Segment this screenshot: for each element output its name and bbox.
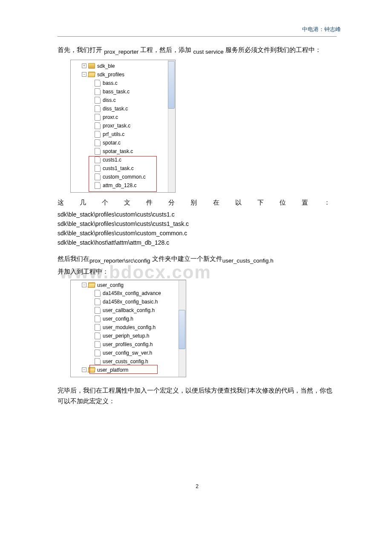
tree-label: da1458x_config_basic.h: [103, 299, 158, 305]
text: 然后我们在: [58, 255, 89, 262]
file-icon: [95, 105, 101, 112]
path-line: sdk\ble_stack\profiles\custom\custs\cust…: [58, 210, 337, 220]
tree-label: prf_utils.c: [103, 131, 124, 137]
expand-icon[interactable]: +: [82, 64, 86, 68]
folder-open-icon: [88, 282, 95, 288]
tree-label: user_config: [97, 282, 124, 288]
text: user_custs_config.h: [222, 257, 274, 264]
file-icon: [95, 350, 101, 356]
tree-label: sdk_profiles: [97, 72, 124, 78]
file-icon: [95, 290, 101, 297]
path-line: sdk\ble_stack\host\att\attm\attm_db_128.…: [58, 238, 337, 248]
text: 并加入到工程中：: [58, 268, 109, 275]
tree-file[interactable]: user_config.h: [71, 315, 186, 323]
file-icon: [95, 324, 101, 331]
tree-label: spotar.c: [103, 140, 121, 146]
tree-label: diss_task.c: [103, 106, 128, 112]
file-icon: [95, 88, 101, 95]
highlight-box: [89, 156, 157, 192]
tree-file[interactable]: user_config_sw_ver.h: [71, 349, 186, 357]
text: 服务所必须文件到我们的工程中：: [224, 46, 321, 53]
highlight-box: [89, 365, 158, 374]
file-icon: [95, 114, 101, 121]
page-number: 2: [58, 483, 337, 489]
tree-label: sdk_ble: [97, 63, 115, 69]
text: 文件夹中建立一个新文件: [150, 255, 222, 262]
tree-file[interactable]: diss.c: [71, 96, 175, 104]
path-line: sdk\ble_stack\profiles\custom\custs\cust…: [58, 220, 337, 229]
tree-label: bass.c: [103, 80, 118, 86]
tree-label: user_config.h: [103, 316, 133, 322]
tree-folder-sdk-profiles[interactable]: −sdk_profiles: [71, 70, 175, 79]
text: 首先，我们打开: [58, 46, 104, 53]
file-icon: [95, 315, 101, 322]
collapse-icon[interactable]: −: [82, 283, 86, 287]
file-icon: [95, 341, 101, 348]
tree-label: user_periph_setup.h: [103, 333, 149, 339]
tree-file[interactable]: spotar.c: [71, 139, 175, 147]
tree-file[interactable]: user_custs_config.h: [71, 357, 186, 366]
tree-label: user_profiles_config.h: [103, 341, 153, 347]
path-line: sdk\ble_stack\profiles\custom\custom_com…: [58, 229, 337, 238]
tree-file[interactable]: diss_task.c: [71, 104, 175, 113]
file-icon: [95, 97, 101, 104]
header-rule: [58, 36, 337, 37]
tree-label: bass_task.c: [103, 89, 130, 95]
paragraph-4: 完毕后，我们在工程属性中加入一个宏定义，以便后续方便查找我们本次修改的代码，当然…: [58, 385, 337, 407]
tree-file[interactable]: prf_utils.c: [71, 130, 175, 139]
tree-file[interactable]: proxr_task.c: [71, 121, 175, 130]
file-tree-1: +sdk_ble −sdk_profiles bass.c bass_task.…: [70, 60, 176, 193]
collapse-icon[interactable]: −: [82, 72, 86, 77]
tree-file[interactable]: spotar_task.c: [71, 147, 175, 156]
tree-label: da1458x_config_advance: [103, 290, 161, 296]
tree-folder-sdk-ble[interactable]: +sdk_ble: [71, 62, 175, 70]
tree-file[interactable]: proxr.c: [71, 113, 175, 121]
tree-label: proxr.c: [103, 114, 118, 120]
tree-label: user_config_sw_ver.h: [103, 350, 152, 356]
tree-label: user_callback_config.h: [103, 307, 155, 313]
tree-file[interactable]: user_periph_setup.h: [71, 332, 186, 340]
tree-file[interactable]: user_callback_config.h: [71, 306, 186, 315]
file-icon: [95, 307, 101, 314]
tree-label: spotar_task.c: [103, 148, 133, 154]
tree-label: user_custs_config.h: [103, 358, 148, 364]
tree-label: proxr_task.c: [103, 123, 130, 129]
file-icon: [95, 148, 101, 155]
paragraph-2: 这 几 个 文 件 分 别 在 以 下 位 置 ：: [58, 197, 330, 208]
tree-file[interactable]: da1458x_config_basic.h: [71, 298, 186, 306]
tree-folder-user-config[interactable]: −user_config: [71, 280, 186, 289]
text: prox_reporter: [104, 49, 138, 55]
file-icon: [95, 298, 101, 305]
tree-file[interactable]: da1458x_config_advance: [71, 289, 186, 298]
file-tree-2: −user_config da1458x_config_advance da14…: [70, 280, 186, 377]
file-icon: [95, 131, 101, 138]
file-icon: [95, 358, 101, 365]
file-paths: sdk\ble_stack\profiles\custom\custs\cust…: [58, 210, 337, 247]
tree-label: diss.c: [103, 97, 116, 103]
text: 工程，然后，添加: [138, 46, 193, 53]
file-icon: [95, 122, 101, 129]
paragraph-3: 然后我们在prox_reporter\src\config 文件夹中建立一个新文…: [58, 253, 337, 277]
paragraph-1: 首先，我们打开 prox_reporter 工程，然后，添加 cust serv…: [58, 44, 337, 57]
tree-file[interactable]: user_modules_config.h: [71, 323, 186, 332]
tree-file[interactable]: bass_task.c: [71, 87, 175, 96]
text: prox_reporter\src\config: [89, 257, 150, 264]
folder-open-icon: [88, 72, 95, 77]
text: cust service: [193, 49, 224, 55]
file-icon: [95, 139, 101, 146]
tree-file[interactable]: bass.c: [71, 79, 175, 87]
tree-file[interactable]: user_profiles_config.h: [71, 340, 186, 349]
page-header-right: 中电港：钟志峰: [302, 26, 341, 33]
file-icon: [95, 332, 101, 339]
collapse-icon[interactable]: −: [82, 367, 86, 372]
tree-label: user_modules_config.h: [103, 324, 156, 330]
file-icon: [95, 80, 101, 87]
folder-icon: [88, 63, 95, 69]
